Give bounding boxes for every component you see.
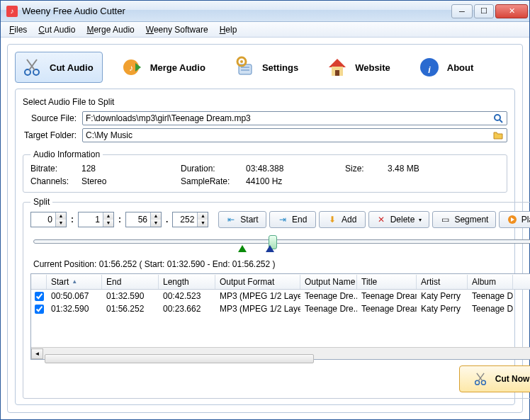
home-icon xyxy=(325,55,349,79)
sort-asc-icon: ▲ xyxy=(72,278,77,285)
col-album[interactable]: Album xyxy=(468,275,513,289)
spin-down-icon[interactable]: ▼ xyxy=(103,220,113,227)
table-body: 00:50.067 01:32.590 00:42.523 MP3 (MPEG … xyxy=(31,290,530,347)
time-ss-spin[interactable]: ▲▼ xyxy=(125,212,162,227)
tab-merge-audio[interactable]: ♪ Merge Audio xyxy=(115,52,215,83)
spin-up-icon[interactable]: ▲ xyxy=(198,212,208,220)
merge-icon: ♪ xyxy=(120,55,145,79)
source-file-input[interactable]: F:\downloads\mp3\girl\Teenage Dream.mp3 xyxy=(82,111,507,125)
cut-now-label: Cut Now! xyxy=(495,374,530,384)
target-folder-input[interactable]: C:\My Music xyxy=(82,128,507,142)
samplerate-value: 44100 Hz xyxy=(246,176,345,186)
time-hh-input[interactable] xyxy=(31,215,55,225)
end-marker-icon xyxy=(266,245,274,252)
titlebar: ♪ Weeny Free Audio Cutter ─ ☐ ✕ xyxy=(1,1,529,22)
tab-cut-audio[interactable]: Cut Audio xyxy=(15,52,103,83)
time-mm-spin[interactable]: ▲▼ xyxy=(78,212,114,227)
col-name[interactable]: Output Name xyxy=(300,275,357,289)
delete-icon: ✕ xyxy=(376,215,386,225)
row-checkbox[interactable] xyxy=(35,305,44,314)
tab-label: Website xyxy=(355,62,390,73)
tab-label: About xyxy=(447,62,474,73)
minimize-button[interactable]: ─ xyxy=(451,4,473,18)
svg-text:♪: ♪ xyxy=(129,63,133,73)
col-end[interactable]: End xyxy=(102,275,159,289)
info-icon: i xyxy=(417,55,441,79)
section-title: Select Audio File to Split xyxy=(23,95,507,111)
duration-label: Duration: xyxy=(181,164,246,174)
tab-label: Settings xyxy=(262,62,298,73)
play-button[interactable]: Play xyxy=(499,211,530,228)
tab-about[interactable]: i About xyxy=(412,52,490,83)
col-checkbox[interactable] xyxy=(31,275,47,289)
svg-point-11 xyxy=(495,115,500,120)
spin-down-icon[interactable]: ▼ xyxy=(56,220,66,227)
menu-files[interactable]: Files xyxy=(5,23,31,36)
tab-website[interactable]: Website xyxy=(320,52,400,83)
scroll-thumb[interactable] xyxy=(45,354,314,363)
menu-help[interactable]: Help xyxy=(215,23,242,36)
svg-point-6 xyxy=(240,60,243,63)
menu-merge-audio[interactable]: Merge Audio xyxy=(82,23,138,36)
size-value: 3.48 MB xyxy=(388,164,444,174)
spin-down-icon[interactable]: ▼ xyxy=(198,220,208,227)
spin-down-icon[interactable]: ▼ xyxy=(151,220,161,227)
end-button[interactable]: ⇥End xyxy=(269,211,316,228)
channels-label: Channels: xyxy=(30,176,81,186)
app-window: ♪ Weeny Free Audio Cutter ─ ☐ ✕ Files Cu… xyxy=(0,0,530,420)
spin-up-icon[interactable]: ▲ xyxy=(103,212,113,220)
table-header: Start▲ End Length Output Format Output N… xyxy=(31,274,530,290)
menubar: Files Cut Audio Merge Audio Weeny Softwa… xyxy=(1,22,529,38)
menu-weeny-software[interactable]: Weeny Software xyxy=(142,23,213,36)
play-icon xyxy=(507,215,517,225)
table-row[interactable]: 00:50.067 01:32.590 00:42.523 MP3 (MPEG … xyxy=(31,290,530,302)
channels-value: Stereo xyxy=(81,176,181,186)
browse-folder-icon[interactable] xyxy=(492,130,504,141)
start-marker-icon: ⇤ xyxy=(226,215,236,225)
bitrate-value: 128 xyxy=(81,164,181,174)
browse-file-icon[interactable] xyxy=(492,113,504,124)
col-length[interactable]: Length xyxy=(159,275,215,289)
segment-button[interactable]: ▭Segment xyxy=(432,211,496,228)
tab-settings[interactable]: Settings xyxy=(227,52,308,83)
time-ms-spin[interactable]: ▲▼ xyxy=(172,212,208,227)
add-icon: ⬇ xyxy=(327,215,337,225)
end-marker-icon: ⇥ xyxy=(278,215,288,225)
col-format[interactable]: Output Format xyxy=(215,275,300,289)
close-button[interactable]: ✕ xyxy=(495,4,528,18)
col-artist[interactable]: Artist xyxy=(417,275,468,289)
spin-up-icon[interactable]: ▲ xyxy=(151,212,161,220)
app-icon: ♪ xyxy=(6,6,18,17)
scroll-left-icon[interactable]: ◄ xyxy=(31,348,43,359)
delete-button[interactable]: ✕Delete▾ xyxy=(368,211,430,228)
settings-icon xyxy=(232,55,256,79)
spin-up-icon[interactable]: ▲ xyxy=(56,212,66,220)
window-title: Weeny Free Audio Cutter xyxy=(22,6,451,16)
time-ss-input[interactable] xyxy=(126,215,150,225)
audio-info-group: Audio Information Bitrate: 128 Duration:… xyxy=(23,149,507,193)
samplerate-label: SampleRate: xyxy=(181,176,246,186)
audio-info-legend: Audio Information xyxy=(30,149,103,159)
row-checkbox[interactable] xyxy=(35,292,44,301)
slider-track[interactable] xyxy=(33,239,530,244)
time-mm-input[interactable] xyxy=(79,215,103,225)
target-folder-value: C:\My Music xyxy=(86,130,492,140)
scissors-icon xyxy=(473,371,488,387)
segments-table: Start▲ End Length Output Format Output N… xyxy=(30,273,530,360)
horizontal-scrollbar[interactable]: ◄ ► xyxy=(31,347,530,359)
cut-now-button[interactable]: Cut Now! xyxy=(459,365,530,392)
maximize-button[interactable]: ☐ xyxy=(474,4,494,18)
col-title[interactable]: Title xyxy=(357,275,417,289)
menu-cut-audio[interactable]: Cut Audio xyxy=(34,23,79,36)
col-start[interactable]: Start▲ xyxy=(47,275,102,289)
position-slider[interactable] xyxy=(33,235,530,255)
time-hh-spin[interactable]: ▲▼ xyxy=(30,212,67,227)
add-button[interactable]: ⬇Add xyxy=(319,211,366,228)
time-ms-input[interactable] xyxy=(173,215,197,225)
source-file-label: Source File: xyxy=(23,113,82,123)
tab-label: Cut Audio xyxy=(50,62,94,73)
scissors-icon xyxy=(20,55,44,79)
table-row[interactable]: 01:32.590 01:56.252 00:23.662 MP3 (MPEG … xyxy=(31,302,530,315)
source-file-value: F:\downloads\mp3\girl\Teenage Dream.mp3 xyxy=(86,113,492,123)
start-button[interactable]: ⇤Start xyxy=(218,211,266,228)
